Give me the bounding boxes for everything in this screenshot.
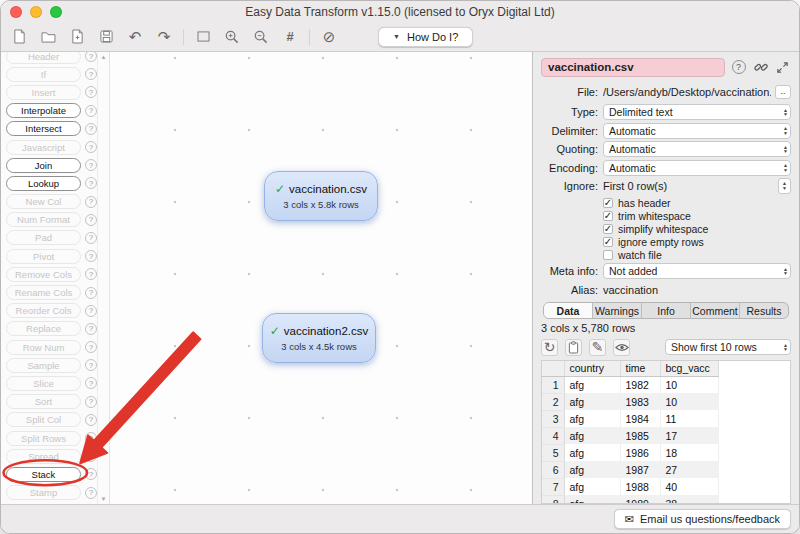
help-icon[interactable]: ? [85,450,97,462]
column-header-bcg-vacc: bcg_vacc [660,361,718,376]
transform-row: Join? [1,156,97,174]
table-cell: afg [564,427,620,444]
help-icon[interactable]: ? [85,323,97,335]
show-rows-dropdown[interactable]: Show first 10 rows ▲▼ [665,339,791,355]
help-icon[interactable]: ? [85,123,97,135]
redo-button[interactable]: ↷ [154,27,174,47]
dropdown-delimiter[interactable]: Automatic▲▼ [603,123,791,139]
zoom-button[interactable] [50,6,62,18]
row-number: 1 [542,376,564,393]
help-icon[interactable]: ? [85,196,97,208]
tab-bar: DataWarningsInfoCommentResults [543,302,789,319]
view-button[interactable] [613,339,630,356]
add-file-button[interactable] [67,27,87,47]
how-do-i-button[interactable]: ▼ How Do I? [378,27,473,47]
checkbox-watch-file[interactable] [603,250,613,260]
help-icon[interactable]: ? [85,377,97,389]
row-number: 7 [542,478,564,495]
zoom-reset-button[interactable]: # [280,27,300,47]
help-icon[interactable]: ? [85,341,97,353]
tab-comment[interactable]: Comment [691,303,740,318]
help-icon[interactable]: ? [85,305,97,317]
help-icon[interactable]: ? [85,432,97,444]
browse-button[interactable]: .. [775,85,791,99]
transform-row: Replace? [1,320,97,338]
edit-button[interactable]: ✎ [589,339,606,356]
node-vaccination-csv[interactable]: ✓vaccination.csv3 cols x 5.8k rows [264,171,378,221]
help-icon[interactable]: ? [85,141,97,153]
field-label: Quoting: [541,143,603,155]
help-icon[interactable]: ? [85,52,97,62]
transform-button-spread: Spread [6,449,81,464]
help-icon[interactable]: ? [85,468,97,480]
help-icon[interactable]: ? [85,68,97,80]
table-cell: 18 [660,444,718,461]
new-file-button[interactable] [9,27,29,47]
dropdown-meta-info[interactable]: Not added▲▼ [603,263,791,279]
help-icon[interactable]: ? [85,287,97,299]
dropdown-quoting[interactable]: Automatic▲▼ [603,141,791,157]
help-icon[interactable]: ? [85,86,97,98]
help-icon[interactable]: ? [85,214,97,226]
checkbox-ignore-empty-rows[interactable]: ✓ [603,237,613,247]
transform-row: Javascript? [1,138,97,156]
sidebar-scrollbar[interactable]: ▲ ▼ [97,52,109,504]
stepper[interactable]: ▲▼ [778,178,791,194]
save-button[interactable] [96,27,116,47]
node-vaccination2-csv[interactable]: ✓vaccination2.csv3 cols x 4.5k rows [262,313,376,363]
dropdown-type[interactable]: Delimited text▲▼ [603,104,791,120]
help-icon[interactable]: ? [85,232,97,244]
copy-button[interactable] [565,339,582,356]
close-button[interactable] [10,6,22,18]
table-toolbar: ↻ ✎ Show first 10 rows ▲▼ [541,337,791,357]
minimize-button[interactable] [30,6,42,18]
transform-row: Stamp? [1,484,97,502]
dropdown-encoding[interactable]: Automatic▲▼ [603,160,791,176]
tab-results[interactable]: Results [740,303,788,318]
help-icon[interactable]: ? [85,396,97,408]
expand-button[interactable] [774,59,791,76]
transform-button-stack[interactable]: Stack [6,467,81,482]
help-icon[interactable]: ? [85,105,97,117]
transform-row: Slice? [1,374,97,392]
eye-icon [615,343,629,352]
cancel-button[interactable]: ⊘ [319,27,339,47]
transform-button-join[interactable]: Join [6,158,81,173]
transform-list: Header?If?Insert?Interpolate?Intersect?J… [1,52,97,504]
scroll-down-icon[interactable]: ▼ [101,496,107,502]
table-row: 2afg198310 [542,393,718,410]
select-tool-button[interactable] [193,27,213,47]
help-icon[interactable]: ? [85,268,97,280]
scroll-up-icon[interactable]: ▲ [101,54,107,60]
checkbox-simplify-whitespace[interactable]: ✓ [603,224,613,234]
zoom-out-icon [254,30,268,44]
add-file-icon [71,29,84,44]
table-row: 3afg198411 [542,410,718,427]
help-icon[interactable]: ? [85,177,97,189]
transform-button-lookup[interactable]: Lookup [6,176,81,191]
zoom-in-button[interactable] [222,27,242,47]
help-icon[interactable]: ? [85,414,97,426]
transform-button-interpolate[interactable]: Interpolate [6,103,81,118]
zoom-out-button[interactable] [251,27,271,47]
help-icon[interactable]: ? [85,250,97,262]
feedback-button[interactable]: ✉ Email us questions/feedback [614,509,791,529]
node-name-field[interactable]: vaccination.csv [541,58,725,77]
tab-warnings[interactable]: Warnings [593,303,642,318]
transform-row: Spread? [1,447,97,465]
help-icon[interactable]: ? [85,359,97,371]
tab-info[interactable]: Info [642,303,691,318]
link-button[interactable] [752,59,769,76]
table-cell: afg [564,393,620,410]
undo-button[interactable]: ↶ [125,27,145,47]
tab-data[interactable]: Data [544,303,593,318]
transform-button-intersect[interactable]: Intersect [6,121,81,136]
field-label: Delimiter: [541,125,603,137]
checkbox-has-header[interactable]: ✓ [603,198,613,208]
checkbox-trim-whitespace[interactable]: ✓ [603,211,613,221]
refresh-button[interactable]: ↻ [541,339,558,356]
help-button[interactable]: ? [730,59,747,76]
help-icon[interactable]: ? [85,159,97,171]
open-file-button[interactable] [38,27,58,47]
help-icon[interactable]: ? [85,487,97,499]
